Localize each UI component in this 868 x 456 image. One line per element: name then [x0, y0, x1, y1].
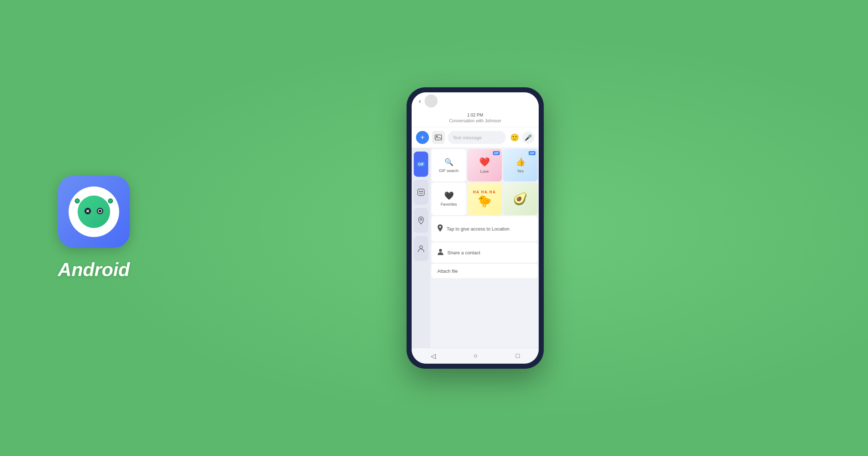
nav-back-button[interactable]: ◁ [431, 352, 436, 360]
attach-media-button[interactable] [432, 131, 445, 144]
svg-point-5 [420, 219, 422, 220]
back-button[interactable]: ‹ [419, 97, 421, 105]
haha-emoji: 🐤 [477, 194, 492, 208]
haha-sticker: HA HA HA 🐤 [467, 183, 502, 215]
favorites-cell[interactable]: 🖤 Favorites [431, 183, 466, 215]
gif-yes-cell[interactable]: GIF 👍 Yes [503, 149, 538, 181]
favorites-label: Favorites [440, 202, 457, 206]
conversation-time: 1:02 PM [412, 113, 539, 118]
favorites-heart-icon: 🖤 [444, 191, 454, 201]
location-pin-icon [437, 224, 443, 232]
attach-file-text: Attach file [437, 268, 458, 274]
bottom-nav: ◁ ○ □ [412, 348, 539, 364]
mic-button[interactable]: 🎤 [522, 131, 534, 144]
robot-eyes [84, 208, 103, 214]
sidebar-tabs: GIF [412, 148, 430, 348]
yes-label: Yes [517, 169, 524, 173]
robot-ear-left [75, 198, 80, 203]
tab-location[interactable] [414, 208, 428, 233]
tab-contact[interactable] [414, 236, 428, 261]
haha-sticker-cell[interactable]: HA HA HA 🐤 [467, 183, 502, 215]
sticker-tab-icon [417, 188, 425, 196]
yes-emoji: 👍 [516, 157, 525, 167]
avocado-sticker: 🥑 [503, 183, 538, 215]
svg-rect-0 [435, 135, 442, 140]
contact-icon [437, 249, 444, 257]
contact-row[interactable]: Share a contact [431, 242, 538, 263]
robot-ears [75, 198, 113, 203]
love-label: Love [480, 169, 489, 174]
nav-recents-button[interactable]: □ [516, 352, 520, 360]
tab-gif[interactable]: GIF [414, 152, 428, 177]
conversation-header: 1:02 PM Conversation with Johnson [412, 110, 539, 127]
robot-face [78, 196, 110, 228]
location-icon [437, 224, 443, 233]
message-placeholder: Text message [453, 135, 482, 140]
app-icon-inner [69, 187, 119, 237]
gif-tab-badge: GIF [417, 162, 426, 167]
svg-point-4 [421, 191, 423, 192]
love-gif-preview: GIF ❤️ Love [467, 149, 502, 181]
gif-search-cell[interactable]: 🔍 GIF search [431, 149, 466, 181]
gif-search-label: GIF search [439, 168, 459, 173]
conversation-name: Conversation with Johnson [412, 118, 539, 123]
gif-badge-yes: GIF [529, 151, 535, 155]
svg-point-3 [419, 191, 421, 192]
person-icon [437, 249, 444, 255]
gif-badge-love: GIF [493, 151, 500, 155]
robot-eye-left [84, 208, 91, 214]
haha-text: HA HA HA [473, 190, 496, 194]
avatar [425, 95, 438, 108]
yes-gif-preview: GIF 👍 Yes [503, 149, 538, 181]
attach-file-row[interactable]: Attach file [431, 264, 538, 278]
input-bar: + Text message 🙂 🎤 [412, 127, 539, 148]
location-row[interactable]: Tap to give access to Location [431, 216, 538, 241]
love-emoji: ❤️ [479, 157, 490, 167]
phone-screen: ‹ 1:02 PM Conversation with Johnson + [412, 92, 539, 364]
app-icon [58, 176, 130, 248]
status-bar: ‹ [412, 92, 539, 110]
robot-eye-right [97, 208, 103, 214]
sticker-row: 🖤 Favorites HA HA HA 🐤 [431, 183, 538, 215]
robot-ear-right [108, 198, 113, 203]
gif-row: 🔍 GIF search GIF ❤️ Love [431, 149, 538, 181]
phone-wrapper: ‹ 1:02 PM Conversation with Johnson + [407, 87, 544, 369]
search-icon: 🔍 [444, 158, 453, 166]
svg-rect-2 [418, 189, 424, 196]
app-name-label: Android [58, 259, 130, 280]
message-input[interactable]: Text message [448, 131, 506, 144]
avocado-emoji: 🥑 [513, 192, 528, 206]
avocado-sticker-cell[interactable]: 🥑 [503, 183, 538, 215]
svg-point-7 [439, 226, 441, 228]
nav-home-button[interactable]: ○ [474, 352, 478, 360]
add-button[interactable]: + [416, 131, 429, 144]
main-content-panels: 🔍 GIF search GIF ❤️ Love [430, 148, 539, 348]
attach-media-icon [435, 135, 442, 140]
svg-point-8 [439, 249, 442, 252]
phone-device: ‹ 1:02 PM Conversation with Johnson + [407, 87, 544, 369]
contact-tab-icon [417, 245, 425, 253]
svg-point-6 [420, 246, 422, 249]
tab-sticker[interactable] [414, 180, 428, 205]
content-area: GIF [412, 148, 539, 348]
location-tab-icon [418, 216, 424, 224]
gif-love-cell[interactable]: GIF ❤️ Love [467, 149, 502, 181]
contact-text: Share a contact [447, 250, 480, 255]
branding-section: Android [58, 176, 130, 280]
emoji-button[interactable]: 🙂 [510, 133, 519, 142]
location-text: Tap to give access to Location [447, 226, 509, 232]
